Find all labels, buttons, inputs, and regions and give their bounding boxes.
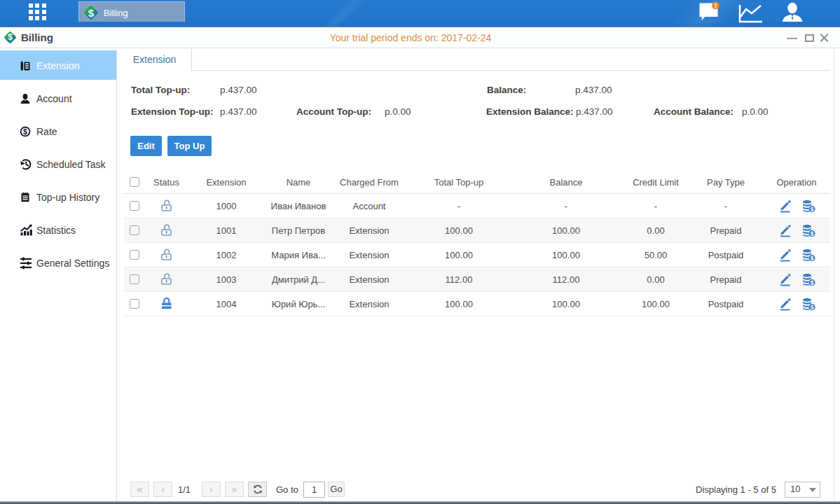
svg-text:$: $ [23,127,27,135]
